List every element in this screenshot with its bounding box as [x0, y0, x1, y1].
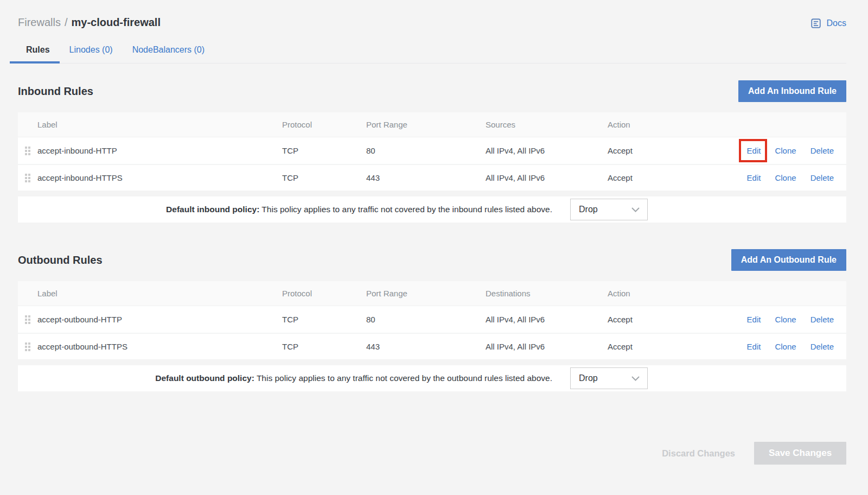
- drag-handle-icon: [25, 147, 30, 155]
- table-row-outbound-https: accept-outbound-HTTPS TCP 443 All IPv4, …: [18, 333, 846, 359]
- column-header-action: Action: [608, 289, 673, 298]
- column-header-sources: Sources: [486, 120, 608, 129]
- outbound-rules-title: Outbound Rules: [18, 254, 103, 266]
- delete-link[interactable]: Delete: [810, 315, 834, 324]
- chevron-down-icon: [631, 373, 640, 383]
- default-outbound-policy-select[interactable]: Drop: [570, 367, 648, 389]
- rule-protocol: TCP: [282, 146, 366, 155]
- rule-action: Accept: [608, 146, 673, 155]
- policy-description: This policy applies to any traffic not c…: [257, 373, 552, 383]
- delete-link[interactable]: Delete: [810, 342, 834, 351]
- clone-link[interactable]: Clone: [775, 315, 796, 324]
- edit-link[interactable]: Edit: [747, 342, 761, 351]
- rule-actions: Edit Clone Delete: [673, 315, 846, 324]
- rule-label: accept-inbound-HTTP: [37, 146, 282, 155]
- table-row-inbound-http: accept-inbound-HTTP TCP 80 All IPv4, All…: [18, 137, 846, 164]
- delete-link[interactable]: Delete: [810, 146, 834, 155]
- firewall-detail-page: Firewalls / my-cloud-firewall Docs Rules…: [0, 0, 868, 465]
- add-outbound-rule-button[interactable]: Add An Outbound Rule: [731, 249, 846, 271]
- policy-label: Default outbound policy:: [155, 373, 254, 383]
- topbar: Firewalls / my-cloud-firewall Docs: [18, 16, 846, 29]
- breadcrumb-separator: /: [65, 16, 68, 29]
- breadcrumb-current-firewall: my-cloud-firewall: [71, 16, 160, 29]
- column-header-destinations: Destinations: [486, 289, 608, 298]
- drag-handle[interactable]: [18, 342, 37, 351]
- table-row-outbound-http: accept-outbound-HTTP TCP 80 All IPv4, Al…: [18, 306, 846, 333]
- rule-action: Accept: [608, 342, 673, 351]
- add-inbound-rule-button[interactable]: Add An Inbound Rule: [738, 80, 846, 102]
- drag-handle-icon: [25, 315, 30, 324]
- tab-nodebalancers[interactable]: NodeBalancers (0): [123, 45, 214, 63]
- rule-label: accept-inbound-HTTPS: [37, 173, 282, 182]
- chevron-down-icon: [631, 205, 640, 214]
- form-actions-footer: Discard Changes Save Changes: [18, 442, 846, 465]
- rule-protocol: TCP: [282, 342, 366, 351]
- rule-actions: Edit Clone Delete: [673, 173, 846, 182]
- edit-link[interactable]: Edit: [747, 173, 761, 182]
- table-row-inbound-https: accept-inbound-HTTPS TCP 443 All IPv4, A…: [18, 164, 846, 191]
- edit-link[interactable]: Edit: [747, 315, 761, 324]
- delete-link[interactable]: Delete: [810, 173, 834, 182]
- rule-sources: All IPv4, All IPv6: [486, 146, 608, 155]
- column-header-protocol: Protocol: [282, 120, 366, 129]
- discard-changes-button[interactable]: Discard Changes: [662, 448, 735, 459]
- save-changes-button[interactable]: Save Changes: [754, 442, 846, 465]
- clone-link[interactable]: Clone: [775, 146, 796, 155]
- column-header-action: Action: [608, 120, 673, 129]
- drag-handle[interactable]: [18, 174, 37, 182]
- tab-linodes[interactable]: Linodes (0): [60, 45, 123, 63]
- inbound-rules-title: Inbound Rules: [18, 85, 93, 98]
- rule-port-range: 443: [366, 173, 486, 182]
- rule-destinations: All IPv4, All IPv6: [486, 342, 608, 351]
- drag-handle[interactable]: [18, 315, 37, 324]
- rule-port-range: 443: [366, 342, 486, 351]
- rule-destinations: All IPv4, All IPv6: [486, 315, 608, 324]
- rule-sources: All IPv4, All IPv6: [486, 173, 608, 182]
- inbound-table-header: Label Protocol Port Range Sources Action: [18, 112, 846, 137]
- default-inbound-policy-select[interactable]: Drop: [570, 199, 648, 220]
- rule-action: Accept: [608, 173, 673, 182]
- column-header-port-range: Port Range: [366, 120, 486, 129]
- rule-label: accept-outbound-HTTP: [37, 315, 282, 324]
- rule-action: Accept: [608, 315, 673, 324]
- breadcrumb: Firewalls / my-cloud-firewall: [18, 16, 161, 29]
- rule-port-range: 80: [366, 146, 486, 155]
- docs-icon: [810, 17, 822, 29]
- docs-link[interactable]: Docs: [810, 17, 846, 29]
- default-inbound-policy-row: Default inbound policy: This policy appl…: [18, 196, 846, 223]
- tab-rules[interactable]: Rules: [18, 45, 60, 63]
- inbound-section-header: Inbound Rules Add An Inbound Rule: [18, 80, 846, 102]
- rule-actions: Edit Clone Delete: [673, 342, 846, 351]
- default-inbound-policy-text: Default inbound policy: This policy appl…: [166, 205, 552, 214]
- clone-link[interactable]: Clone: [775, 173, 796, 182]
- column-header-port-range: Port Range: [366, 289, 486, 298]
- edit-link[interactable]: Edit: [747, 146, 761, 155]
- column-header-protocol: Protocol: [282, 289, 366, 298]
- outbound-rules-table: Label Protocol Port Range Destinations A…: [18, 281, 846, 359]
- breadcrumb-firewalls-link[interactable]: Firewalls: [18, 16, 61, 29]
- outbound-table-header: Label Protocol Port Range Destinations A…: [18, 281, 846, 306]
- rule-protocol: TCP: [282, 315, 366, 324]
- clone-link[interactable]: Clone: [775, 342, 796, 351]
- tab-bar: Rules Linodes (0) NodeBalancers (0): [18, 45, 846, 64]
- drag-handle[interactable]: [18, 147, 37, 155]
- rule-port-range: 80: [366, 315, 486, 324]
- drag-handle-icon: [25, 342, 30, 351]
- policy-description: This policy applies to any traffic not c…: [261, 205, 552, 214]
- rule-actions: Edit Clone Delete: [673, 146, 846, 155]
- outbound-section-header: Outbound Rules Add An Outbound Rule: [18, 249, 846, 271]
- rule-protocol: TCP: [282, 173, 366, 182]
- selected-policy-value: Drop: [579, 373, 598, 383]
- policy-label: Default inbound policy:: [166, 205, 259, 214]
- default-outbound-policy-text: Default outbound policy: This policy app…: [155, 373, 552, 383]
- docs-link-label: Docs: [827, 18, 846, 28]
- default-outbound-policy-row: Default outbound policy: This policy app…: [18, 365, 846, 391]
- drag-handle-icon: [25, 174, 30, 182]
- column-header-label: Label: [37, 120, 282, 129]
- column-header-label: Label: [37, 289, 282, 298]
- rule-label: accept-outbound-HTTPS: [37, 342, 282, 351]
- selected-policy-value: Drop: [579, 205, 598, 214]
- inbound-rules-table: Label Protocol Port Range Sources Action…: [18, 112, 846, 191]
- edit-annotation-box: Edit: [747, 146, 761, 155]
